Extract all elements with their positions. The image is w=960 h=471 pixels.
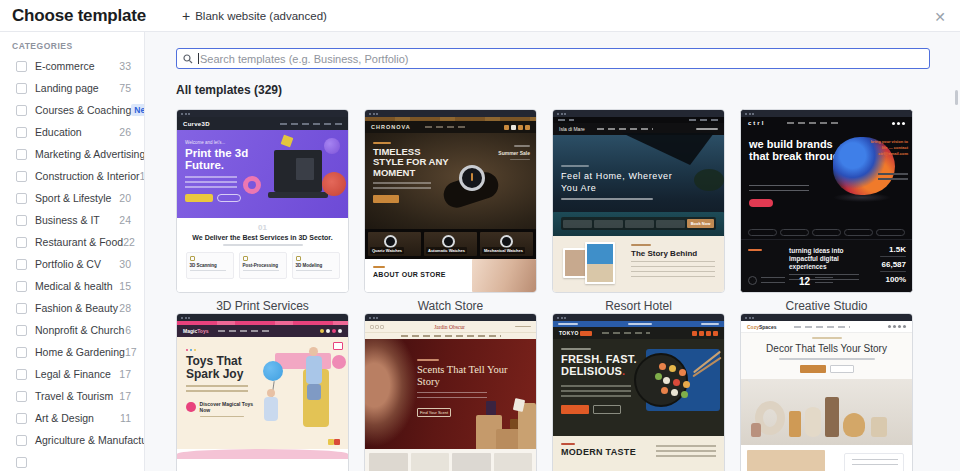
template-card-perfume[interactable]: Jardin Obscur Scents That Tell Your Stor… bbox=[364, 313, 537, 471]
search-box[interactable] bbox=[176, 48, 930, 69]
cta-button bbox=[749, 199, 773, 207]
close-icon[interactable]: ✕ bbox=[930, 5, 950, 29]
template-card-decor[interactable]: CozySpaces Decor That Tells Your Story bbox=[740, 313, 913, 471]
story-copy: The Story Behind bbox=[631, 244, 717, 279]
category-item[interactable]: Legal & Finance17 bbox=[0, 363, 144, 385]
category-count: 17 bbox=[119, 390, 131, 402]
category-checkbox[interactable] bbox=[16, 171, 27, 182]
category-item[interactable]: Education26 bbox=[0, 121, 144, 143]
search-input[interactable] bbox=[199, 53, 923, 65]
template-card-resort-hotel[interactable]: Isla di Mare Feel at Home, Wherever You … bbox=[552, 109, 725, 313]
nav-links bbox=[218, 330, 270, 332]
category-item[interactable]: Agriculture & Manufacturing9 bbox=[0, 429, 144, 451]
category-checkbox[interactable] bbox=[16, 413, 27, 424]
hero-section: Scents That Tell Your Story Find Your Sc… bbox=[365, 339, 536, 449]
site-navbar: Curve3D bbox=[177, 117, 348, 130]
category-item[interactable]: Nonprofit & Church6 bbox=[0, 319, 144, 341]
template-card-watch-store[interactable]: CHRONOVA TIMELESS STYLE FOR ANY MOMENT bbox=[364, 109, 537, 313]
category-item[interactable]: Business & IT24 bbox=[0, 209, 144, 231]
wood-vase bbox=[825, 397, 839, 437]
blank-website-button[interactable]: + Blank website (advanced) bbox=[176, 0, 333, 32]
category-checkbox[interactable] bbox=[16, 105, 27, 116]
template-thumbnail[interactable]: Curve3D Welcome and let's... Print the 3… bbox=[176, 109, 349, 293]
category-item[interactable]: Medical & health15 bbox=[0, 275, 144, 297]
category-checkbox[interactable] bbox=[16, 149, 27, 160]
hero-title: Scents That Tell Your Story bbox=[417, 364, 512, 388]
category-item[interactable]: Portfolio & CV30 bbox=[0, 253, 144, 275]
balloon bbox=[263, 361, 283, 381]
site-navbar bbox=[365, 332, 536, 339]
category-checkbox[interactable] bbox=[16, 281, 27, 292]
category-count: 20 bbox=[119, 192, 131, 204]
hero-section: FRESH. FAST. DELISIOUS. bbox=[553, 339, 724, 436]
category-item[interactable]: Landing page75 bbox=[0, 77, 144, 99]
template-card-3d-print-services[interactable]: Curve3D Welcome and let's... Print the 3… bbox=[176, 109, 349, 313]
category-item[interactable]: Fashion & Beauty28 bbox=[0, 297, 144, 319]
template-thumbnail[interactable]: ctrl we build brands that break through … bbox=[740, 109, 913, 293]
category-checkbox[interactable] bbox=[16, 303, 27, 314]
category-label: Home & Gardening bbox=[35, 346, 125, 358]
template-grid: Curve3D Welcome and let's... Print the 3… bbox=[176, 109, 930, 471]
hero-title: TIMELESS STYLE FOR ANY MOMENT bbox=[373, 147, 453, 179]
booking-bar: Book Now bbox=[561, 217, 716, 230]
category-label: E-commerce bbox=[35, 60, 95, 72]
category-label: Business & IT bbox=[35, 214, 100, 226]
category-item[interactable]: Courses & CoachingNew8 bbox=[0, 99, 144, 121]
category-item[interactable]: Construction & Interior16 bbox=[0, 165, 144, 187]
category-checkbox[interactable] bbox=[16, 193, 27, 204]
hero-copy: Toys That Spark Joy Discover Magical Toy… bbox=[186, 349, 262, 417]
category-count: 15 bbox=[119, 280, 131, 292]
hero-subtitle bbox=[779, 358, 875, 360]
category-checkbox[interactable] bbox=[16, 369, 27, 380]
stat-value: 66,587 bbox=[880, 260, 906, 269]
category-checkbox[interactable] bbox=[16, 347, 27, 358]
category-checkbox[interactable] bbox=[16, 457, 27, 468]
scrollbar[interactable] bbox=[955, 90, 958, 105]
child-figure bbox=[309, 347, 318, 356]
template-thumbnail[interactable]: CHRONOVA TIMELESS STYLE FOR ANY MOMENT bbox=[364, 109, 537, 293]
category-checkbox[interactable] bbox=[16, 259, 27, 270]
hero-copy: Scents That Tell Your Story Find Your Sc… bbox=[417, 359, 513, 418]
category-checkbox[interactable] bbox=[16, 127, 27, 138]
category-item[interactable]: Travel & Tourism17 bbox=[0, 385, 144, 407]
stat-value: 100% bbox=[880, 275, 906, 284]
cta-button bbox=[561, 405, 589, 414]
template-thumbnail[interactable]: MagicToys Toys That Spark Joy bbox=[176, 313, 349, 471]
category-item[interactable]: Art & Design11 bbox=[0, 407, 144, 429]
template-thumbnail[interactable]: TOKYO FRESH. FAST. DELISIOUS. bbox=[552, 313, 725, 471]
section-eyebrow bbox=[561, 443, 575, 445]
category-item-partial[interactable] bbox=[0, 451, 144, 471]
category-checkbox[interactable] bbox=[16, 237, 27, 248]
category-item[interactable]: Restaurant & Food22 bbox=[0, 231, 144, 253]
template-card-creative-studio[interactable]: ctrl we build brands that break through … bbox=[740, 109, 913, 313]
hero-buttons bbox=[741, 365, 912, 373]
years-stat: 12 bbox=[799, 276, 810, 287]
page-title: Choose template bbox=[12, 6, 146, 26]
category-item[interactable]: Home & Gardening17 bbox=[0, 341, 144, 363]
vases-photo bbox=[741, 379, 912, 445]
category-checkbox[interactable] bbox=[16, 435, 27, 446]
nav-links bbox=[597, 128, 653, 130]
template-thumbnail[interactable]: Isla di Mare Feel at Home, Wherever You … bbox=[552, 109, 725, 293]
template-card-sushi[interactable]: TOKYO FRESH. FAST. DELISIOUS. bbox=[552, 313, 725, 471]
category-checkbox[interactable] bbox=[16, 83, 27, 94]
category-checkbox[interactable] bbox=[16, 325, 27, 336]
template-thumbnail[interactable]: Jardin Obscur Scents That Tell Your Stor… bbox=[364, 313, 537, 471]
category-item[interactable]: Marketing & Advertising25 bbox=[0, 143, 144, 165]
hero-buttons bbox=[185, 194, 251, 202]
watch-video-button bbox=[217, 194, 241, 202]
category-item[interactable]: Sport & Lifestyle20 bbox=[0, 187, 144, 209]
hero-copy: TIMELESS STYLE FOR ANY MOMENT bbox=[373, 142, 453, 203]
template-thumbnail[interactable]: CozySpaces Decor That Tells Your Story bbox=[740, 313, 913, 471]
cta-label: Discover Magical Toys Now bbox=[200, 401, 262, 413]
wave-divider bbox=[177, 449, 348, 459]
site-logo: Isla di Mare bbox=[559, 126, 585, 132]
hero-copy: Feel at Home, Wherever You Are bbox=[561, 165, 686, 200]
category-checkbox[interactable] bbox=[16, 391, 27, 402]
template-card-toys[interactable]: MagicToys Toys That Spark Joy bbox=[176, 313, 349, 471]
nav-links bbox=[602, 332, 650, 334]
category-item[interactable]: E-commerce33 bbox=[0, 55, 144, 77]
category-checkbox[interactable] bbox=[16, 215, 27, 226]
choose-template-dialog: Choose template + Blank website (advance… bbox=[0, 0, 960, 471]
category-checkbox[interactable] bbox=[16, 61, 27, 72]
